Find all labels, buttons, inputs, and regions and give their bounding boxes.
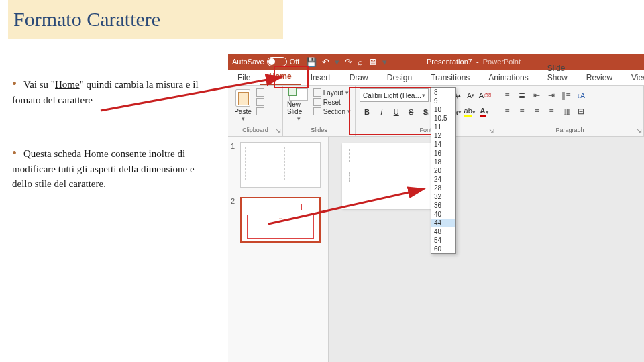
highlight-button[interactable]: ab▾	[462, 105, 477, 119]
font-size-option[interactable]: 60	[431, 245, 455, 253]
bullets-button[interactable]: ≡	[500, 88, 514, 102]
font-size-option[interactable]: 44	[431, 219, 455, 227]
font-size-option[interactable]: 16	[431, 149, 455, 158]
quick-access-toolbar: 💾 ↶ ▾ ↷ ⌕ 🖥 ▾	[306, 58, 387, 66]
font-size-option[interactable]: 36	[431, 201, 455, 210]
font-size-option[interactable]: 18	[431, 158, 455, 166]
copy-button[interactable]	[256, 98, 264, 106]
undo-more[interactable]: ▾	[335, 58, 339, 66]
tab-draw[interactable]: Draw	[340, 70, 378, 85]
line-spacing-button[interactable]: ‖≡	[559, 88, 573, 102]
brush-icon	[256, 107, 264, 115]
present-icon[interactable]: ⌕	[358, 58, 363, 66]
clipboard-launcher[interactable]: ⇲	[276, 128, 281, 135]
font-size-option[interactable]: 20	[431, 166, 455, 175]
format-painter-button[interactable]	[256, 107, 264, 115]
tab-slideshow[interactable]: Slide Show	[538, 61, 577, 85]
font-size-option[interactable]: 32	[431, 192, 455, 201]
tab-animations[interactable]: Animations	[479, 70, 537, 85]
paragraph-launcher[interactable]: ⇲	[637, 128, 642, 135]
group-label-slides: Slides	[287, 127, 351, 133]
align-left-button[interactable]: ≡	[500, 105, 514, 118]
increase-indent-button[interactable]: ⇥	[545, 88, 558, 102]
undo-icon[interactable]: ↶	[322, 58, 329, 66]
thumbnail-1[interactable]	[240, 142, 321, 188]
font-size-dropdown[interactable]: 891010.5111214161820242832364044485460	[431, 87, 456, 254]
font-size-option[interactable]: 24	[431, 175, 455, 184]
paste-button[interactable]: Paste ▾	[232, 88, 254, 122]
font-size-option[interactable]: 11	[431, 123, 455, 131]
thumbnail-2[interactable]: ••	[240, 197, 321, 243]
font-size-option[interactable]: 54	[431, 236, 455, 245]
thumb-number: 1	[231, 142, 237, 188]
columns-button[interactable]: ▥	[559, 105, 573, 118]
touch-icon[interactable]: 🖥	[368, 58, 377, 66]
thumb-number: 2	[231, 197, 237, 243]
font-size-option[interactable]: 8	[431, 88, 455, 97]
font-size-option[interactable]: 10.5	[431, 114, 455, 123]
text-direction-button[interactable]: ↕A	[574, 88, 588, 102]
tab-file[interactable]: File	[228, 70, 260, 85]
font-name-combo[interactable]: Calibri Light (Headings)▾	[360, 88, 429, 102]
slide-title-bar: Formato Carattere	[8, 0, 283, 39]
group-font: Calibri Light (Headings)▾ 44▾ A▴ A▾ A⌫ B…	[356, 86, 496, 136]
font-color-button[interactable]: A▾	[477, 105, 492, 119]
font-size-option[interactable]: 9	[431, 97, 455, 105]
font-size-option[interactable]: 10	[431, 105, 455, 114]
tab-design[interactable]: Design	[378, 70, 421, 85]
paste-icon	[235, 89, 250, 107]
font-size-option[interactable]: 40	[431, 210, 455, 219]
tab-home[interactable]: Home	[260, 69, 301, 85]
layout-icon	[313, 88, 321, 97]
autosave-control[interactable]: AutoSave Off	[232, 57, 299, 66]
cut-button[interactable]	[256, 88, 264, 97]
group-label-paragraph: Paragraph	[500, 127, 639, 133]
font-size-option[interactable]: 28	[431, 184, 455, 192]
bullet-2-text: Questa scheda Home consente inoltre di m…	[12, 148, 195, 189]
titlebar: AutoSave Off 💾 ↶ ▾ ↷ ⌕ 🖥 ▾ Presentation7…	[228, 54, 644, 70]
subtitle-placeholder[interactable]: ○	[349, 172, 436, 182]
slide-thumbnails-panel: 1 2 ••	[228, 137, 329, 362]
window-title: Presentation7 - PowerPoint	[427, 58, 521, 66]
copy-icon	[256, 98, 264, 106]
font-size-option[interactable]: 14	[431, 140, 455, 149]
save-icon[interactable]: 💾	[306, 58, 317, 66]
align-center-button[interactable]: ≡	[515, 105, 529, 118]
tab-transitions[interactable]: Transitions	[421, 70, 479, 85]
new-slide-button[interactable]: New Slide ▾	[287, 88, 311, 122]
tab-insert[interactable]: Insert	[301, 70, 340, 85]
align-right-button[interactable]: ≡	[530, 105, 543, 118]
font-launcher[interactable]: ⇲	[489, 128, 494, 135]
clear-format-button[interactable]: A⌫	[478, 88, 492, 102]
strike-button[interactable]: S	[404, 105, 419, 119]
bullet-2: • Questa scheda Home consente inoltre di…	[12, 146, 213, 192]
italic-button[interactable]: I	[374, 105, 389, 119]
align-text-button[interactable]: ⊟	[574, 105, 588, 118]
group-clipboard: Paste ▾ Clipboard ⇲	[228, 86, 283, 136]
justify-button[interactable]: ≡	[545, 105, 558, 118]
bullet-1: • Vai su "Home" quindi cambia la misura …	[12, 77, 213, 107]
title-placeholder[interactable]: ○	[349, 149, 436, 162]
tab-review[interactable]: Review	[577, 70, 622, 85]
bullet-dot: •	[12, 146, 17, 160]
slide-canvas-area[interactable]: ○ ○ ○	[329, 137, 644, 362]
bold-button[interactable]: B	[360, 105, 374, 119]
new-slide-icon	[289, 88, 308, 101]
tab-view[interactable]: View	[622, 70, 644, 85]
font-size-option[interactable]: 48	[431, 227, 455, 236]
qat-more[interactable]: ▾	[382, 58, 387, 66]
group-label-font: Font	[360, 127, 492, 133]
shrink-font-button[interactable]: A▾	[464, 88, 477, 102]
decrease-indent-button[interactable]: ⇤	[530, 88, 543, 102]
underline-button[interactable]: U	[389, 105, 404, 119]
redo-icon[interactable]: ↷	[345, 58, 352, 66]
reset-icon	[313, 98, 321, 106]
font-size-option[interactable]: 12	[431, 131, 455, 140]
section-icon	[313, 107, 321, 115]
section-button[interactable]: Section ▾	[313, 107, 351, 115]
layout-button[interactable]: Layout ▾	[313, 88, 351, 97]
autosave-toggle[interactable]	[267, 57, 287, 66]
reset-button[interactable]: Reset	[313, 98, 351, 106]
slide-canvas[interactable]: ○ ○ ○	[342, 143, 443, 209]
numbering-button[interactable]: ≣	[515, 88, 529, 102]
